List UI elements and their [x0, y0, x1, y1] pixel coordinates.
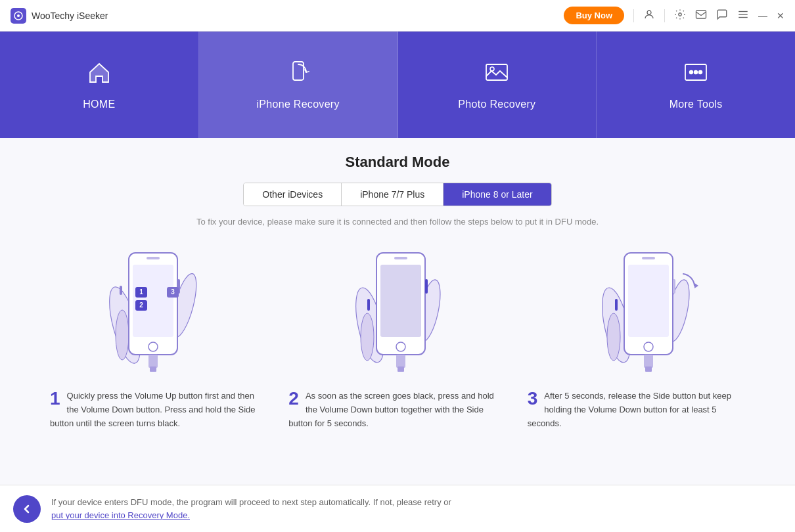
bottom-info-text: If your device enters DFU mode, the prog… [51, 496, 451, 521]
svg-rect-39 [367, 299, 370, 311]
step-description-2: As soon as the screen goes black, press … [288, 391, 493, 428]
nav-photo-recovery[interactable]: Photo Recovery [398, 32, 597, 138]
menu-icon[interactable] [737, 9, 749, 23]
svg-point-3 [679, 12, 682, 16]
titlebar: WooTechy iSeeker Buy Now — ✕ [0, 0, 795, 32]
svg-text:3: 3 [171, 288, 175, 296]
bottom-bar: If your device enters DFU mode, the prog… [0, 485, 795, 532]
app-icon [11, 8, 26, 24]
app-title: WooTechy iSeeker [32, 11, 108, 21]
nav-iphone-recovery-label: iPhone Recovery [256, 99, 339, 110]
nav-home-label: HOME [83, 99, 115, 110]
svg-text:1: 1 [140, 288, 144, 296]
svg-rect-53 [644, 355, 653, 368]
svg-rect-51 [615, 299, 618, 311]
separator2 [664, 9, 665, 22]
svg-point-14 [699, 71, 702, 74]
close-button[interactable]: ✕ [777, 11, 784, 21]
svg-text:2: 2 [140, 301, 144, 309]
svg-rect-22 [120, 286, 122, 295]
buy-now-button[interactable]: Buy Now [564, 7, 624, 24]
user-icon[interactable] [643, 9, 655, 23]
tab-other-idevices[interactable]: Other iDevices [244, 183, 342, 206]
svg-rect-36 [380, 265, 421, 337]
svg-rect-54 [645, 366, 652, 372]
step-illustration-1: 1 2 3 [26, 240, 274, 378]
back-button[interactable] [13, 495, 41, 523]
svg-point-2 [647, 11, 651, 14]
step-number-1: 1 [50, 389, 60, 408]
tab-iphone8[interactable]: iPhone 8 or Later [443, 183, 551, 206]
bottom-static-text: If your device enters DFU mode, the prog… [51, 497, 451, 507]
step-text-1: 1 Quickly press the Volume Up button fir… [39, 389, 278, 430]
svg-point-33 [361, 313, 374, 361]
minimize-button[interactable]: — [758, 11, 767, 21]
main-content: Standard Mode Other iDevices iPhone 7/7 … [0, 138, 795, 532]
step-description-1: Quickly press the Volume Up button first… [50, 391, 256, 428]
photo-recovery-icon [484, 59, 510, 91]
titlebar-left: WooTechy iSeeker [11, 8, 108, 24]
settings-icon[interactable] [674, 9, 686, 23]
svg-rect-21 [147, 257, 160, 259]
chat-icon[interactable] [716, 9, 728, 23]
navbar: HOME iPhone Recovery Photo Recovery [0, 32, 795, 138]
nav-more-tools-label: More Tools [670, 99, 723, 110]
svg-rect-50 [642, 257, 655, 259]
svg-rect-41 [396, 355, 405, 368]
recovery-mode-link[interactable]: put your device into Recovery Mode. [51, 510, 190, 520]
step-texts: 1 Quickly press the Volume Up button fir… [26, 389, 769, 430]
svg-rect-4 [696, 11, 706, 18]
step-illustration-3 [521, 240, 769, 378]
nav-iphone-recovery[interactable]: iPhone Recovery [199, 32, 398, 138]
svg-marker-46 [694, 283, 698, 288]
description-text: To fix your device, please make sure it … [196, 217, 599, 227]
svg-rect-52 [673, 279, 675, 294]
svg-point-16 [116, 310, 129, 360]
svg-rect-40 [425, 279, 428, 294]
phone-illustrations: 1 2 3 [26, 240, 769, 378]
iphone-recovery-icon [285, 59, 311, 91]
more-tools-icon [683, 59, 709, 91]
home-icon [86, 59, 112, 91]
tab-iphone7[interactable]: iPhone 7/7 Plus [342, 183, 443, 206]
mail-icon[interactable] [695, 9, 707, 23]
step-text-2: 2 As soon as the screen goes black, pres… [278, 389, 516, 430]
separator [633, 9, 634, 22]
svg-point-10 [490, 67, 494, 71]
tab-row: Other iDevices iPhone 7/7 Plus iPhone 8 … [243, 183, 551, 206]
svg-point-1 [17, 14, 20, 17]
svg-rect-31 [150, 366, 156, 372]
step-number-2: 2 [288, 389, 299, 408]
step-illustration-2 [274, 240, 522, 378]
content-area: Standard Mode Other iDevices iPhone 7/7 … [0, 138, 795, 430]
svg-rect-48 [628, 265, 669, 337]
step-description-3: After 5 seconds, release the Side button… [528, 391, 731, 428]
svg-rect-30 [148, 355, 158, 368]
step-number-3: 3 [528, 389, 538, 408]
nav-home[interactable]: HOME [0, 32, 199, 138]
svg-point-13 [694, 71, 698, 74]
page-title: Standard Mode [346, 154, 450, 171]
nav-more-tools[interactable]: More Tools [597, 32, 795, 138]
svg-rect-38 [394, 257, 407, 259]
svg-rect-42 [398, 366, 404, 372]
svg-point-44 [607, 313, 620, 361]
titlebar-right: Buy Now — ✕ [564, 7, 784, 24]
nav-photo-recovery-label: Photo Recovery [458, 99, 535, 110]
svg-point-12 [690, 71, 693, 74]
step-text-3: 3 After 5 seconds, release the Side butt… [517, 389, 756, 430]
